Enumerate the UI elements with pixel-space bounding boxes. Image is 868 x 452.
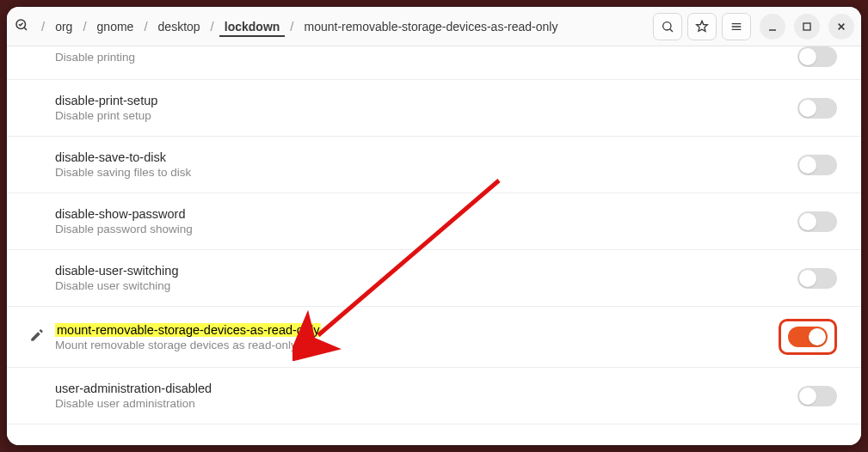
setting-key: user-administration-disabled (55, 382, 797, 395)
search-button[interactable] (653, 13, 682, 40)
setting-texts: disable-user-switchingDisable user switc… (55, 264, 797, 292)
toggle-knob (799, 156, 816, 174)
close-button[interactable] (828, 14, 854, 40)
toggle-switch[interactable] (797, 155, 837, 175)
breadcrumb-segment[interactable]: gnome (92, 16, 139, 37)
minimize-button[interactable] (760, 14, 785, 40)
app-logo-icon (14, 17, 29, 36)
dconf-editor-window: /org/gnome/desktop/lockdown/mount-remova… (7, 7, 861, 445)
breadcrumb-sep: / (79, 19, 89, 34)
favorite-button[interactable] (687, 13, 717, 40)
setting-texts: disable-save-to-diskDisable saving files… (55, 150, 797, 179)
breadcrumb-segment[interactable]: lockdown (219, 16, 286, 37)
setting-row[interactable]: disable-save-to-diskDisable saving files… (7, 137, 861, 193)
breadcrumb-sep: / (38, 19, 48, 34)
setting-texts: disable-print-setupDisable print setup (55, 94, 797, 122)
toggle-switch[interactable] (797, 211, 837, 232)
setting-texts: user-administration-disabledDisable user… (55, 382, 797, 410)
svg-point-1 (663, 21, 671, 29)
toggle-knob (799, 100, 816, 117)
menu-button[interactable] (722, 13, 751, 40)
pencil-icon (29, 327, 45, 346)
setting-key: mount-removable-storage-devices-as-read-… (55, 323, 321, 337)
toggle-knob (799, 270, 816, 287)
setting-description: Disable saving files to disk (55, 166, 797, 179)
toggle-switch[interactable] (788, 327, 828, 347)
breadcrumb-segment[interactable]: mount-removable-storage-devices-as-read-… (299, 16, 563, 37)
breadcrumb: /org/gnome/desktop/lockdown/mount-remova… (34, 16, 648, 37)
setting-description: Disable user switching (55, 279, 797, 292)
setting-description: Mount removable storage devices as read-… (55, 339, 779, 351)
toggle-knob (799, 213, 816, 230)
toggle-knob (809, 328, 826, 345)
setting-texts: disable-show-passwordDisable password sh… (55, 207, 797, 235)
breadcrumb-sep: / (207, 19, 218, 34)
setting-key: disable-show-password (55, 207, 797, 221)
setting-row[interactable]: Disable printing (7, 46, 861, 80)
setting-description: Disable printing (55, 51, 797, 64)
setting-key: disable-save-to-disk (55, 150, 797, 164)
toggle-knob (799, 48, 816, 65)
setting-key: disable-user-switching (55, 264, 797, 278)
maximize-button[interactable] (794, 14, 820, 40)
setting-row[interactable]: mount-removable-storage-devices-as-read-… (7, 307, 861, 368)
setting-row[interactable]: disable-print-setupDisable print setup (7, 80, 861, 137)
setting-row[interactable]: disable-user-switchingDisable user switc… (7, 250, 861, 307)
breadcrumb-sep: / (286, 19, 297, 34)
toggle-switch[interactable] (797, 98, 837, 119)
setting-texts: mount-removable-storage-devices-as-read-… (55, 323, 779, 351)
breadcrumb-segment[interactable]: desktop (153, 16, 206, 37)
toggle-switch[interactable] (797, 268, 837, 289)
breadcrumb-sep: / (140, 19, 151, 34)
svg-rect-2 (803, 23, 810, 30)
toggle-switch[interactable] (797, 386, 837, 406)
setting-row[interactable]: user-administration-disabledDisable user… (7, 368, 861, 425)
headerbar: /org/gnome/desktop/lockdown/mount-remova… (7, 7, 861, 46)
toggle-switch[interactable] (797, 46, 837, 67)
setting-texts: Disable printing (55, 51, 797, 64)
annotation-highlight-box (779, 319, 837, 355)
toggle-knob (799, 388, 816, 405)
setting-description: Disable print setup (55, 109, 797, 122)
setting-description: Disable password showing (55, 223, 797, 235)
settings-list[interactable]: Disable printingdisable-print-setupDisab… (7, 46, 861, 445)
setting-key: disable-print-setup (55, 94, 797, 107)
setting-description: Disable user administration (55, 397, 797, 410)
breadcrumb-segment[interactable]: org (50, 16, 77, 37)
setting-row[interactable]: disable-show-passwordDisable password sh… (7, 193, 861, 250)
